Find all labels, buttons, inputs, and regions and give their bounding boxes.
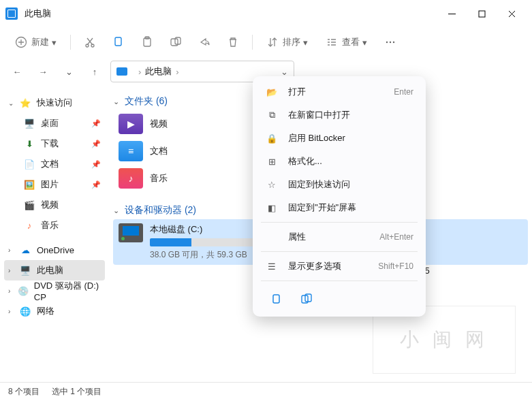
up-button[interactable]: ↑ [84, 61, 105, 82]
more-icon: ☰ [265, 261, 279, 272]
lock-icon: 🔒 [265, 133, 279, 144]
sort-label: 排序 [283, 36, 300, 48]
sort-button[interactable]: 排序 ▾ [260, 31, 315, 53]
forward-button[interactable]: → [33, 61, 53, 82]
sidebar-item-onedrive[interactable]: ›☁OneDrive [4, 240, 105, 260]
section-drives-label: 设备和驱动器 (2) [125, 204, 196, 216]
chevron-right-icon: › [8, 287, 16, 295]
share-button[interactable] [192, 31, 217, 53]
video-icon: 🎬 [23, 199, 35, 211]
window-title: 此电脑 [25, 7, 437, 20]
back-button[interactable]: ← [7, 61, 27, 82]
sidebar-quick-access[interactable]: ⌄ ⭐ 快速访问 [4, 93, 105, 113]
chevron-right-icon: › [8, 308, 18, 315]
ctx-copy-button[interactable] [265, 289, 288, 310]
sidebar-item-music[interactable]: ♪音乐 [4, 215, 105, 236]
crumb-sep: › [138, 67, 141, 77]
ctx-more-options[interactable]: ☰显示更多选项Shift+F10 [257, 255, 422, 278]
recent-button[interactable]: ⌄ [59, 61, 79, 82]
new-label: 新建 [31, 36, 49, 48]
crumb-sep: › [176, 67, 178, 77]
ctx-format[interactable]: ⊞格式化... [257, 150, 422, 173]
sidebar: ⌄ ⭐ 快速访问 🖥️桌面📌 ⬇下载📌 📄文档📌 🖼️图片📌 🎬视频 ♪音乐 ›… [0, 86, 109, 382]
sidebar-item-downloads[interactable]: ⬇下载📌 [4, 133, 105, 154]
ctx-pin-start[interactable]: ◧固定到"开始"屏幕 [257, 196, 422, 219]
delete-button[interactable] [221, 31, 245, 53]
paste-button[interactable] [135, 31, 159, 53]
sidebar-item-videos[interactable]: 🎬视频 [4, 195, 105, 215]
pin-icon: 📌 [91, 140, 101, 148]
sidebar-item-network[interactable]: ›🌐网络 [4, 301, 105, 321]
pin-icon: 📌 [91, 180, 101, 189]
status-count: 8 个项目 [8, 386, 40, 398]
maximize-button[interactable] [467, 3, 497, 25]
folder-open-icon: 📂 [265, 87, 279, 97]
pin-start-icon: ◧ [265, 203, 279, 213]
view-button[interactable]: 查看 ▾ [319, 31, 374, 53]
cloud-icon: ☁ [19, 244, 31, 256]
breadcrumb-root[interactable]: 此电脑 [145, 65, 172, 78]
new-button[interactable]: 新建 ▾ [8, 31, 63, 53]
chevron-right-icon: › [8, 267, 18, 274]
separator [261, 280, 418, 281]
cut-button[interactable] [78, 31, 102, 53]
ctx-pin-quick[interactable]: ☆固定到快速访问 [257, 173, 422, 196]
svg-rect-5 [144, 38, 151, 46]
sidebar-item-pictures[interactable]: 🖼️图片📌 [4, 174, 105, 195]
titlebar: 此电脑 [0, 0, 532, 27]
statusbar: 8 个项目 选中 1 个项目 [0, 382, 532, 401]
new-window-icon: ⧉ [265, 110, 279, 121]
ctx-paste-button[interactable] [295, 289, 318, 310]
ctx-new-window[interactable]: ⧉在新窗口中打开 [257, 103, 422, 127]
chevron-down-icon: ⌄ [113, 206, 119, 215]
download-icon: ⬇ [23, 138, 35, 150]
music-icon: ♪ [23, 219, 35, 231]
chevron-down-icon: ⌄ [113, 97, 119, 106]
ctx-open[interactable]: 📂打开Enter [257, 80, 422, 103]
drive-usage-bar [150, 238, 266, 246]
network-icon: 🌐 [19, 305, 31, 317]
picture-icon: 🖼️ [23, 178, 35, 191]
document-icon: 📄 [23, 158, 35, 170]
separator [261, 251, 418, 252]
desktop-icon: 🖥️ [23, 117, 35, 129]
separator [252, 35, 253, 50]
svg-point-3 [91, 44, 94, 47]
status-selected: 选中 1 个项目 [52, 386, 101, 398]
minimize-button[interactable] [437, 3, 467, 25]
copy-button[interactable] [106, 31, 131, 53]
format-icon: ⊞ [265, 157, 279, 167]
sidebar-item-dvd[interactable]: ›💿DVD 驱动器 (D:) CP [4, 280, 105, 301]
chevron-down-icon: ▾ [52, 37, 57, 48]
pc-icon: 🖥️ [19, 264, 31, 276]
document-folder-icon: ≡ [119, 141, 143, 161]
svg-point-10 [390, 42, 391, 43]
chevron-right-icon: › [8, 246, 18, 254]
app-icon [5, 7, 18, 20]
more-button[interactable] [378, 31, 403, 53]
sidebar-item-documents[interactable]: 📄文档📌 [4, 154, 105, 174]
svg-point-9 [386, 42, 388, 43]
separator [261, 222, 418, 223]
sidebar-item-thispc[interactable]: ›🖥️此电脑 [4, 260, 105, 280]
svg-point-2 [86, 44, 89, 47]
pc-icon [116, 67, 127, 76]
rename-button[interactable] [163, 31, 188, 53]
ctx-bitlocker[interactable]: 🔒启用 BitLocker [257, 127, 422, 150]
chevron-down-icon: ▾ [303, 37, 308, 48]
context-menu: 📂打开Enter ⧉在新窗口中打开 🔒启用 BitLocker ⊞格式化... … [253, 76, 426, 317]
toolbar: 新建 ▾ 排序 ▾ 查看 ▾ [0, 27, 532, 57]
music-folder-icon: ♪ [119, 168, 143, 189]
section-folders-label: 文件夹 (6) [125, 95, 168, 108]
drive-icon [119, 223, 143, 242]
pin-icon: 📌 [91, 160, 101, 169]
close-button[interactable] [497, 3, 527, 25]
sidebar-item-desktop[interactable]: 🖥️桌面📌 [4, 113, 105, 133]
video-folder-icon: ▶ [119, 114, 143, 134]
chevron-down-icon: ⌄ [8, 99, 18, 107]
chevron-down-icon[interactable]: ⌄ [281, 67, 288, 77]
pin-icon: ☆ [265, 180, 279, 190]
view-label: 查看 [342, 36, 360, 48]
ctx-properties[interactable]: 属性Alt+Enter [257, 225, 422, 248]
quick-access-label: 快速访问 [37, 97, 72, 109]
